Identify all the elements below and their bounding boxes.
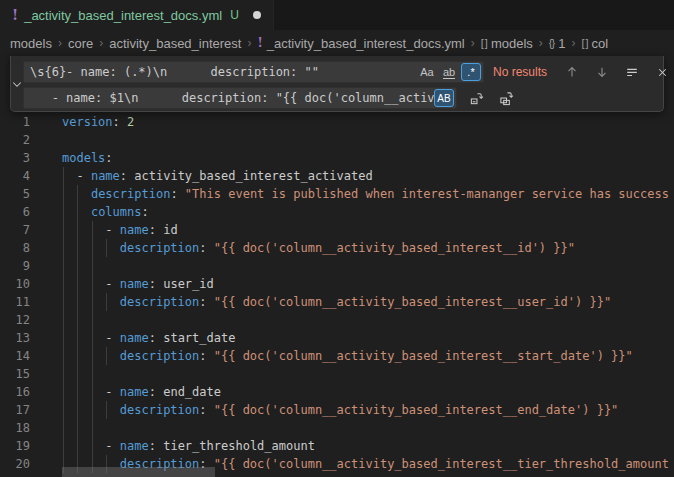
whole-word-toggle[interactable]: ab xyxy=(439,63,459,81)
yaml-symbol-icon: ! xyxy=(257,36,262,50)
line-number: 10 xyxy=(0,275,30,293)
find-status-text: No results xyxy=(493,65,547,79)
code-text: - name: tier_threshold_amount xyxy=(62,437,315,455)
code-text: - name: id xyxy=(62,221,178,239)
code-line[interactable]: 9 xyxy=(0,257,674,275)
toggle-replace-chevron[interactable] xyxy=(11,56,23,111)
code-text: description: "This event is published wh… xyxy=(62,185,669,203)
breadcrumb-label: models xyxy=(10,36,52,51)
code-text: version: 2 xyxy=(62,113,134,131)
code-line[interactable]: 5 description: "This event is published … xyxy=(0,185,674,203)
breadcrumb-item[interactable]: core xyxy=(68,36,93,51)
breadcrumb-separator: › xyxy=(539,36,543,50)
breadcrumb-label: _activity_based_interest_docs.yml xyxy=(267,36,465,51)
line-number: 11 xyxy=(0,293,30,311)
find-in-selection-button[interactable] xyxy=(621,61,643,83)
breadcrumb-item[interactable]: [ ]col xyxy=(581,36,608,51)
code-line[interactable]: 15 xyxy=(0,365,674,383)
code-line[interactable]: 4 - name: activity_based_interest_activa… xyxy=(0,167,674,185)
replace-all-icon xyxy=(499,91,514,106)
code-line[interactable]: 6 columns: xyxy=(0,203,674,221)
indent-guide xyxy=(63,257,64,275)
line-number: 7 xyxy=(0,221,30,239)
breadcrumb-item[interactable]: {}1 xyxy=(549,36,566,51)
vscode-window: ! _activity_based_interest_docs.yml U mo… xyxy=(0,0,674,477)
line-number: 3 xyxy=(0,149,30,167)
code-text: - name: user_id xyxy=(62,275,214,293)
code-text: - name: end_date xyxy=(62,383,221,401)
breadcrumb-separator: › xyxy=(247,36,251,50)
git-untracked-badge: U xyxy=(230,8,239,22)
line-number: 17 xyxy=(0,401,30,419)
breadcrumb-label: 1 xyxy=(558,36,565,51)
code-line[interactable]: 14 description: "{{ doc('column__activit… xyxy=(0,347,674,365)
find-input[interactable]: \s{6}- name: (.*)\n description: "" Aa a… xyxy=(23,61,484,83)
line-number: 5 xyxy=(0,185,30,203)
code-text: description: "{{ doc('column__activity_b… xyxy=(62,293,611,311)
code-line[interactable]: 1version: 2 xyxy=(0,113,674,131)
previous-match-button[interactable] xyxy=(561,61,583,83)
code-line[interactable]: 3models: xyxy=(0,149,674,167)
line-number: 18 xyxy=(0,419,30,437)
code-line[interactable]: 12 xyxy=(0,311,674,329)
code-line[interactable]: 16 - name: end_date xyxy=(0,383,674,401)
code-line[interactable]: 11 description: "{{ doc('column__activit… xyxy=(0,293,674,311)
line-number: 1 xyxy=(0,113,30,131)
breadcrumb-item[interactable]: activity_based_interest xyxy=(109,36,241,51)
line-number: 14 xyxy=(0,347,30,365)
preserve-case-toggle[interactable]: AB xyxy=(434,89,454,107)
line-number: 19 xyxy=(0,437,30,455)
code-text: description: "{{ doc('column__activity_b… xyxy=(62,401,618,419)
breadcrumb-separator: › xyxy=(571,36,575,50)
tab-active-file[interactable]: ! _activity_based_interest_docs.yml U xyxy=(0,0,274,30)
breadcrumb-label: models xyxy=(491,36,533,51)
line-number: 4 xyxy=(0,167,30,185)
replace-all-button[interactable] xyxy=(495,87,517,109)
find-replace-widget: \s{6}- name: (.*)\n description: "" Aa a… xyxy=(10,56,664,112)
tab-bar: ! _activity_based_interest_docs.yml U xyxy=(0,0,674,30)
regex-toggle[interactable]: .* xyxy=(461,63,481,81)
array-symbol-icon: [ ] xyxy=(581,37,587,49)
indent-guide xyxy=(77,419,78,437)
close-icon xyxy=(656,66,669,79)
code-line[interactable]: 2 xyxy=(0,131,674,149)
code-line[interactable]: 7 - name: id xyxy=(0,221,674,239)
replace-one-button[interactable] xyxy=(465,87,487,109)
tab-filename: _activity_based_interest_docs.yml xyxy=(24,8,222,23)
code-line[interactable]: 17 description: "{{ doc('column__activit… xyxy=(0,401,674,419)
line-number: 12 xyxy=(0,311,30,329)
breadcrumb-label: activity_based_interest xyxy=(109,36,241,51)
code-line[interactable]: 19 - name: tier_threshold_amount xyxy=(0,437,674,455)
next-match-button[interactable] xyxy=(591,61,613,83)
line-number: 15 xyxy=(0,365,30,383)
breadcrumb-separator: › xyxy=(471,36,475,50)
object-symbol-icon: {} xyxy=(549,37,554,49)
indent-guide xyxy=(92,257,93,275)
code-text: models: xyxy=(62,149,113,167)
breadcrumb-label: core xyxy=(68,36,93,51)
code-line[interactable]: 18 xyxy=(0,419,674,437)
code-line[interactable]: 8 description: "{{ doc('column__activity… xyxy=(0,239,674,257)
line-number: 6 xyxy=(0,203,30,221)
replace-value-text: - name: $1\n description: "{{ doc('colum… xyxy=(24,91,434,105)
horizontal-scrollbar[interactable] xyxy=(62,467,215,477)
breadcrumb-item[interactable]: models xyxy=(10,36,52,51)
breadcrumb-item[interactable]: [ ]models xyxy=(481,36,533,51)
indent-guide xyxy=(92,311,93,329)
find-query-text: \s{6}- name: (.*)\n description: "" xyxy=(24,65,417,79)
replace-input[interactable]: - name: $1\n description: "{{ doc('colum… xyxy=(23,87,457,109)
match-case-toggle[interactable]: Aa xyxy=(417,63,437,81)
arrow-down-icon xyxy=(595,65,609,79)
close-find-button[interactable] xyxy=(651,61,673,83)
code-editor[interactable]: 1version: 223models:4 - name: activity_b… xyxy=(0,113,674,477)
indent-guide xyxy=(92,419,93,437)
unsaved-changes-dot[interactable] xyxy=(253,11,261,19)
code-line[interactable]: 10 - name: user_id xyxy=(0,275,674,293)
code-line[interactable]: 13 - name: start_date xyxy=(0,329,674,347)
line-number: 20 xyxy=(0,455,30,473)
yaml-file-icon: ! xyxy=(12,7,18,23)
code-text: columns: xyxy=(62,203,149,221)
breadcrumb-item[interactable]: !_activity_based_interest_docs.yml xyxy=(257,36,464,51)
line-number: 13 xyxy=(0,329,30,347)
replace-icon xyxy=(469,91,484,106)
